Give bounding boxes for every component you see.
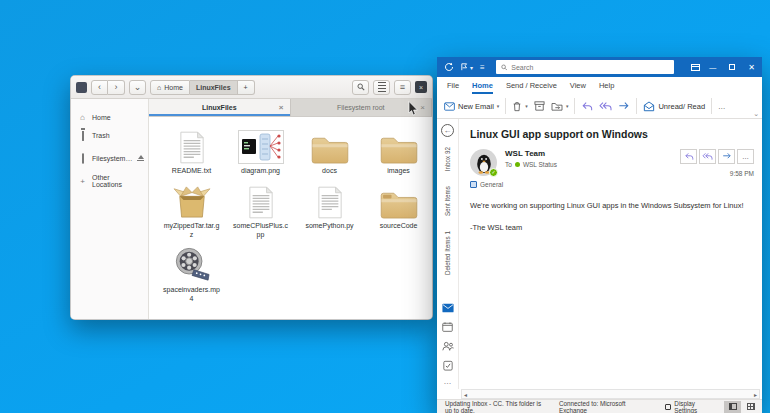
status-connected: Connected to: Microsoft Exchange [559,400,633,413]
trash-icon [512,101,522,112]
breadcrumb-home[interactable]: ⌂ Home [150,80,190,95]
file-sourcecode[interactable]: sourceCode [364,182,433,239]
file-label: spaceinvaders.mp4 [163,286,221,303]
home-icon: ⌂ [157,84,161,91]
scroll-right-icon[interactable]: ▸ [754,391,757,398]
drive-icon [82,153,84,164]
path-dropdown-button[interactable]: ⌄ [129,80,146,95]
sidebar-item-other-locations[interactable]: + Other Locations [71,172,148,190]
envelope-icon [444,102,455,111]
outlook-titlebar: ▾ ≡ — ✕ [437,57,762,77]
search-button[interactable] [352,80,369,95]
unread-read-button[interactable]: Unread/ Read [643,101,705,112]
horizontal-scrollbar[interactable]: ◂ ▸ [461,389,760,399]
maximize-button[interactable] [729,64,735,70]
back-button[interactable]: ‹ [91,80,108,95]
reading-view-icon [729,403,737,410]
hamburger-icon: ≡ [480,63,485,72]
eject-icon[interactable] [137,155,144,162]
delete-button[interactable]: ▾ [512,101,528,112]
folder-icon [310,134,350,164]
sidebar-item-trash[interactable]: Trash [71,126,148,144]
file-spaceinvaders[interactable]: spaceinvaders.mp4 [157,246,226,303]
minimize-button[interactable]: — [709,64,716,71]
file-images[interactable]: images [364,127,433,175]
file-label: docs [322,167,337,175]
message-more-button[interactable]: … [737,149,754,164]
menu-file[interactable]: File [447,81,459,90]
forward-button[interactable]: › [108,80,125,95]
plus-icon: + [78,177,87,186]
files-tab-bar: LinuxFiles × Filesystem root × [149,99,432,117]
quick-access-customize-button[interactable]: ≡ [480,63,485,72]
breadcrumb-current[interactable]: LinuxFiles [190,80,238,95]
new-email-button[interactable]: New Email ▾ [444,102,499,111]
tab-close-icon[interactable]: × [279,103,284,112]
archive-icon [173,185,211,219]
menu-view[interactable]: View [570,81,586,90]
sidebar-item-home[interactable]: ⌂ Home [71,108,148,126]
quick-access-flag-button[interactable]: ▾ [461,63,473,71]
people-nav-icon[interactable] [442,341,454,351]
app-menu-button[interactable]: ≡ [394,80,411,95]
new-tab-button[interactable]: + [238,80,255,95]
forward-button[interactable] [718,149,735,164]
send-receive-sync-icon[interactable] [444,62,454,72]
reading-pane: Linux GUI app support on Windows [459,119,762,389]
reply-button[interactable] [581,101,593,112]
display-settings-label: Display Settings [674,400,708,413]
display-settings-button[interactable]: Display Settings [665,400,708,413]
file-somepython[interactable]: somePython.py [295,182,364,239]
sender-avatar[interactable]: ✓ [470,149,497,176]
files-close-button[interactable]: × [415,81,427,93]
file-somecplusplus[interactable]: someCPlusPlus.cpp [226,182,295,239]
sidebar-item-filesystem[interactable]: Filesystem… [71,149,148,167]
files-window: ‹ › ⌄ ⌂ Home LinuxFiles + ≡ [70,75,433,320]
reply-all-button[interactable] [599,101,612,112]
search-input[interactable] [511,64,668,71]
file-diagram[interactable]: diagram.png [226,127,295,175]
message-body-line2: -The WSL team [470,223,754,232]
mail-nav-icon[interactable] [442,303,454,313]
ribbon-display-options-icon[interactable] [691,64,700,71]
search-box[interactable] [496,60,674,74]
reply-button[interactable] [680,149,697,164]
calendar-nav-icon[interactable] [442,322,453,332]
file-docs[interactable]: docs [295,127,364,175]
folder-tab-sent-items[interactable]: Sent Items [444,186,451,216]
search-icon [501,64,508,71]
tasks-nav-icon[interactable] [443,360,453,371]
sender-name[interactable]: WSL Team [505,149,557,158]
file-myzippedtar[interactable]: myZippedTar.tar.gz [157,182,226,239]
folder-tab-inbox[interactable]: Inbox 92 [444,147,451,171]
caret-down-icon: ▾ [525,103,528,109]
tab-filesystem-root-label: Filesystem root [337,104,384,111]
forward-button[interactable] [618,101,630,112]
folder-tab-deleted-items[interactable]: Deleted Items 1 [444,231,451,275]
tab-linuxfiles[interactable]: LinuxFiles × [149,99,291,116]
ribbon-more-button[interactable]: … [718,102,727,111]
forward-icon [722,152,732,161]
menu-send-receive[interactable]: Send / Receive [506,81,557,90]
file-readme[interactable]: README.txt [157,127,226,175]
close-button[interactable]: ✕ [748,63,755,72]
breadcrumb-current-label: LinuxFiles [196,84,231,91]
tab-close-icon[interactable]: × [420,103,425,112]
view-toggle-button[interactable] [373,80,390,95]
scroll-left-icon[interactable]: ◂ [464,391,467,398]
back-icon: ‹ [98,83,101,92]
menu-help[interactable]: Help [599,81,614,90]
recipient-name[interactable]: WSL Status [523,161,557,168]
collapse-ribbon-icon[interactable]: ⌄ [753,110,759,118]
menu-home[interactable]: Home [472,81,493,90]
nav-more-button[interactable]: … [444,380,452,384]
normal-view-button[interactable] [742,401,759,413]
sensitivity-label[interactable]: General [470,181,754,188]
back-button[interactable]: ← [441,124,454,137]
archive-button[interactable] [534,101,545,111]
reading-view-button[interactable] [724,401,741,413]
move-button[interactable]: ▾ [551,101,569,111]
reply-all-button[interactable] [699,149,716,164]
reply-all-icon [702,152,713,161]
outlook-menubar: File Home Send / Receive View Help [437,77,762,94]
